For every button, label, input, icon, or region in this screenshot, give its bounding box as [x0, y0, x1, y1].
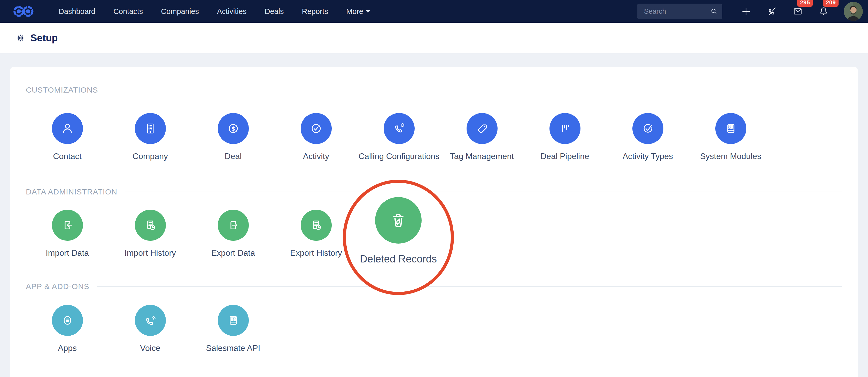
setup-item-label: Activity [303, 151, 329, 161]
voice-icon [135, 305, 166, 336]
navbar-right: 295 209 [637, 2, 863, 21]
top-navbar: DashboardContactsCompaniesActivitiesDeal… [0, 0, 868, 23]
setup-item-label: Voice [140, 343, 160, 353]
setup-item-deal-pipeline[interactable]: Deal Pipeline [523, 113, 606, 161]
salesmate-app: DashboardContactsCompaniesActivitiesDeal… [0, 0, 868, 377]
setup-item-label: Export History [290, 248, 342, 258]
notification-badge: 209 [823, 0, 839, 7]
setup-item-label: Export Data [211, 248, 255, 258]
setup-item-activity-types[interactable]: Activity Types [606, 113, 689, 161]
export-history-icon [301, 210, 332, 241]
setup-item-export-data[interactable]: Export Data [192, 210, 275, 258]
section-heading-label: CUSTOMIZATIONS [26, 86, 98, 94]
section-heading-label: DATA ADMINISTRATION [26, 187, 117, 196]
nav-item-reports[interactable]: Reports [293, 0, 337, 23]
setup-item-label: Tag Management [450, 151, 514, 161]
setup-item-voice[interactable]: Voice [109, 305, 192, 353]
user-avatar[interactable] [844, 2, 863, 21]
section-divider [125, 192, 842, 192]
import-data-icon [52, 210, 83, 241]
phone-slash-icon[interactable] [766, 5, 778, 18]
section-divider [106, 90, 842, 90]
nav-item-dashboard[interactable]: Dashboard [50, 0, 104, 23]
calling-configurations-icon [383, 113, 414, 144]
setup-item-label: Activity Types [623, 151, 673, 161]
salesmate-api-icon [218, 305, 249, 336]
salesmate-logo[interactable] [9, 3, 43, 20]
nav-item-deals[interactable]: Deals [255, 0, 293, 23]
setup-item-tag-management[interactable]: Tag Management [440, 113, 523, 161]
export-data-icon [218, 210, 249, 241]
section-divider [97, 286, 842, 287]
section-heading-customizations: CUSTOMIZATIONS [26, 86, 842, 94]
activity-types-icon [632, 113, 663, 144]
nav-item-more[interactable]: More [337, 0, 379, 23]
deleted-records-icon [375, 197, 422, 243]
setup-item-salesmate-api[interactable]: Salesmate API [192, 305, 275, 353]
system-modules-icon [715, 113, 746, 144]
section-heading-label: APP & ADD-ONS [26, 282, 89, 291]
setup-item-import-data[interactable]: Import Data [26, 210, 109, 258]
setup-page: Deleted Records CUSTOMIZATIONSContact Co… [0, 53, 868, 377]
setup-card: Deleted Records CUSTOMIZATIONSContact Co… [10, 67, 858, 377]
search-icon[interactable] [709, 7, 719, 16]
setup-item-label: Apps [58, 343, 77, 353]
deal-icon: $ [218, 113, 249, 144]
section-row-app-add-ons: Apps Voice Salesmate API [26, 305, 842, 353]
setup-item-label: Company [132, 151, 168, 161]
setup-item-deal[interactable]: $Deal [192, 113, 275, 161]
setup-item-deleted-records[interactable]: Deleted Records [360, 197, 437, 265]
section-row-customizations: Contact Company$DealActivity Calling Con… [26, 113, 842, 161]
setup-item-activity[interactable]: Activity [275, 113, 358, 161]
contact-icon [52, 113, 83, 144]
nav-item-activities[interactable]: Activities [208, 0, 255, 23]
activity-icon [301, 113, 332, 144]
svg-text:$: $ [231, 125, 235, 132]
highlight-annotation: Deleted Records [343, 180, 454, 295]
setup-item-import-history[interactable]: Import History [109, 210, 192, 258]
setup-item-calling-configurations[interactable]: Calling Configurations [358, 113, 440, 161]
nav-items: DashboardContactsCompaniesActivitiesDeal… [50, 0, 379, 23]
setup-item-label: Deleted Records [360, 253, 437, 265]
mail-button[interactable]: 295 [792, 5, 804, 18]
setup-item-label: Import Data [46, 248, 89, 258]
notifications-button[interactable]: 209 [817, 5, 830, 18]
setup-header: Setup [0, 23, 868, 53]
setup-item-label: Salesmate API [206, 343, 260, 353]
deal-pipeline-icon [550, 113, 581, 144]
setup-item-apps[interactable]: Apps [26, 305, 109, 353]
add-button[interactable] [740, 5, 752, 18]
setup-item-label: Calling Configurations [359, 151, 439, 161]
import-history-icon [135, 210, 166, 241]
setup-item-label: System Modules [700, 151, 761, 161]
setup-item-label: Import History [125, 248, 176, 258]
setup-item-label: Contact [53, 151, 82, 161]
chevron-down-icon [366, 10, 370, 13]
setup-item-label: Deal Pipeline [540, 151, 589, 161]
search-box [637, 4, 722, 19]
gear-icon [14, 32, 26, 44]
mail-badge: 295 [797, 0, 813, 7]
setup-item-contact[interactable]: Contact [26, 113, 109, 161]
nav-item-contacts[interactable]: Contacts [104, 0, 152, 23]
company-icon [135, 113, 166, 144]
setup-item-company[interactable]: Company [109, 113, 192, 161]
nav-item-companies[interactable]: Companies [152, 0, 208, 23]
apps-icon [52, 305, 83, 336]
page-title: Setup [30, 33, 58, 44]
tag-management-icon [467, 113, 498, 144]
setup-item-system-modules[interactable]: System Modules [689, 113, 772, 161]
section-heading-app-add-ons: APP & ADD-ONS [26, 282, 842, 291]
setup-item-label: Deal [225, 151, 242, 161]
